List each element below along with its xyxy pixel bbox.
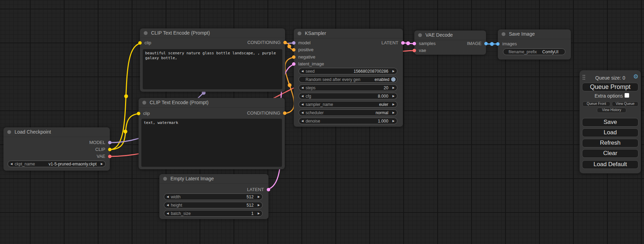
link-midpoint-dot bbox=[288, 83, 292, 87]
collapse-toggle[interactable] bbox=[142, 101, 146, 105]
negative-input-slot[interactable] bbox=[292, 55, 295, 59]
increment-arrow[interactable]: ▶ bbox=[258, 193, 260, 200]
increment-arrow[interactable]: ▶ bbox=[258, 210, 260, 217]
node-load-checkpoint[interactable]: Load Checkpoint MODEL CLIP VAE ◀ ckpt_na… bbox=[3, 127, 110, 171]
link-midpoint-dot bbox=[288, 45, 291, 48]
increment-arrow[interactable]: ▶ bbox=[392, 118, 395, 124]
queue-panel[interactable]: Queue size: 0 ⚙ Queue Prompt Extra optio… bbox=[580, 70, 641, 173]
collapse-toggle[interactable] bbox=[418, 33, 422, 37]
load-default-button[interactable]: Load Default bbox=[582, 160, 638, 169]
model-output-slot[interactable] bbox=[108, 141, 112, 144]
vae-output-slot[interactable] bbox=[108, 155, 112, 158]
output-label-clip: CLIP bbox=[95, 146, 105, 153]
node-clip-text-encode-negative[interactable]: CLIP Text Encode (Prompt) clip CONDITION… bbox=[139, 98, 285, 169]
collapse-toggle[interactable] bbox=[7, 130, 11, 134]
decrement-arrow[interactable]: ◀ bbox=[167, 202, 169, 208]
link-midpoint-dot bbox=[490, 42, 494, 46]
queue-front-button[interactable]: Queue Front bbox=[582, 101, 610, 107]
collapse-toggle[interactable] bbox=[163, 177, 167, 181]
positive-input-slot[interactable] bbox=[292, 48, 295, 52]
seed-widget[interactable]: ◀ seed 156680208700286 ▶ bbox=[299, 68, 397, 74]
output-label-image: IMAGE bbox=[467, 40, 482, 47]
link-midpoint-dot bbox=[406, 42, 410, 45]
image-output-slot[interactable] bbox=[484, 42, 488, 45]
output-label-latent: LATENT bbox=[381, 39, 398, 46]
increment-arrow[interactable]: ▶ bbox=[392, 101, 395, 108]
images-input-slot[interactable] bbox=[496, 42, 500, 46]
output-label-latent: LATENT bbox=[247, 186, 264, 193]
clip-output-slot[interactable] bbox=[108, 148, 112, 151]
negative-prompt-textarea[interactable]: text, watermark bbox=[141, 119, 282, 167]
width-widget[interactable]: ◀ width 512 ▶ bbox=[164, 193, 263, 200]
view-history-button[interactable]: View History bbox=[597, 108, 626, 113]
collapse-toggle[interactable] bbox=[502, 32, 505, 36]
queue-prompt-button[interactable]: Queue Prompt bbox=[582, 83, 638, 91]
extra-options-label: Extra options bbox=[580, 93, 623, 99]
batch-size-widget[interactable]: ◀ batch_size 1 ▶ bbox=[164, 210, 263, 217]
view-queue-button[interactable]: View Queue bbox=[612, 101, 638, 107]
height-widget[interactable]: ◀ height 512 ▶ bbox=[164, 202, 263, 208]
node-title: Save Image bbox=[509, 29, 535, 39]
decrement-arrow[interactable]: ◀ bbox=[10, 161, 12, 167]
latent-image-input-slot[interactable] bbox=[292, 62, 295, 66]
conditioning-output-slot[interactable] bbox=[283, 41, 287, 44]
sampler-name-widget[interactable]: ◀ sampler_name euler ▶ bbox=[299, 101, 397, 108]
output-label-conditioning: CONDITIONING bbox=[247, 39, 281, 46]
node-empty-latent-image[interactable]: Empty Latent Image LATENT ◀ width 512 ▶ … bbox=[159, 174, 268, 219]
load-button[interactable]: Load bbox=[582, 128, 638, 137]
decrement-arrow[interactable]: ◀ bbox=[301, 84, 303, 91]
node-graph-canvas[interactable]: Load Checkpoint MODEL CLIP VAE ◀ ckpt_na… bbox=[0, 0, 644, 244]
settings-gear-icon[interactable]: ⚙ bbox=[633, 73, 638, 80]
decrement-arrow[interactable]: ◀ bbox=[167, 210, 169, 217]
decrement-arrow[interactable]: ◀ bbox=[301, 93, 303, 99]
increment-arrow[interactable]: ▶ bbox=[258, 202, 260, 208]
node-vae-decode[interactable]: VAE Decode samples vae IMAGE bbox=[414, 30, 486, 55]
node-save-image[interactable]: Save Image images filename_prefix ComfyU… bbox=[498, 29, 571, 60]
node-ksampler[interactable]: KSampler model positive negative latent_… bbox=[294, 29, 403, 127]
increment-arrow[interactable]: ▶ bbox=[392, 68, 395, 74]
output-label-conditioning: CONDITIONING bbox=[247, 110, 280, 117]
latent-output-slot[interactable] bbox=[267, 188, 270, 191]
latent-output-slot[interactable] bbox=[401, 41, 405, 45]
toggle-knob[interactable] bbox=[391, 77, 396, 82]
cfg-widget[interactable]: ◀ cfg 8.000 ▶ bbox=[299, 93, 397, 99]
filename-prefix-widget[interactable]: filename_prefix ComfyUI bbox=[503, 48, 565, 55]
random-seed-toggle-widget[interactable]: Random seed after every gen enabled bbox=[299, 76, 397, 83]
node-clip-text-encode-positive[interactable]: CLIP Text Encode (Prompt) clip CONDITION… bbox=[140, 28, 285, 92]
decrement-arrow[interactable]: ◀ bbox=[301, 118, 303, 124]
clear-button[interactable]: Clear bbox=[582, 149, 638, 158]
output-label-model: MODEL bbox=[89, 139, 105, 146]
increment-arrow[interactable]: ▶ bbox=[392, 93, 395, 99]
extra-options-checkbox[interactable] bbox=[625, 93, 629, 98]
denoise-widget[interactable]: ◀ denoise 1.000 ▶ bbox=[299, 118, 397, 124]
node-title: Empty Latent Image bbox=[170, 174, 214, 183]
save-button[interactable]: Save bbox=[582, 118, 638, 127]
steps-widget[interactable]: ◀ steps 20 ▶ bbox=[299, 84, 397, 91]
collapse-toggle[interactable] bbox=[298, 31, 301, 35]
positive-prompt-textarea[interactable]: beautiful scenery nature glass bottle la… bbox=[143, 49, 282, 89]
link-midpoint-dot bbox=[124, 94, 128, 98]
node-title: CLIP Text Encode (Prompt) bbox=[150, 98, 209, 107]
output-label-vae: VAE bbox=[97, 153, 105, 160]
collapse-toggle[interactable] bbox=[144, 31, 148, 35]
decrement-arrow[interactable]: ◀ bbox=[301, 101, 303, 108]
scheduler-widget[interactable]: ◀ scheduler normal ▶ bbox=[299, 109, 397, 116]
conditioning-output-slot[interactable] bbox=[283, 111, 286, 115]
increment-arrow[interactable]: ▶ bbox=[101, 161, 103, 167]
decrement-arrow[interactable]: ◀ bbox=[301, 68, 303, 74]
node-title: Load Checkpoint bbox=[15, 127, 51, 137]
ckpt-name-widget[interactable]: ◀ ckpt_name v1-5-pruned-emaonly.ckpt ▶ bbox=[8, 161, 106, 167]
decrement-arrow[interactable]: ◀ bbox=[301, 109, 303, 116]
increment-arrow[interactable]: ▶ bbox=[392, 84, 395, 91]
queue-size-label: Queue size: 0 bbox=[580, 75, 641, 81]
link-midpoint-dot bbox=[124, 130, 127, 134]
node-title: KSampler bbox=[305, 29, 326, 38]
node-title: VAE Decode bbox=[425, 30, 453, 40]
vae-input-slot[interactable] bbox=[413, 49, 416, 52]
refresh-button[interactable]: Refresh bbox=[582, 139, 638, 147]
node-title: CLIP Text Encode (Prompt) bbox=[151, 28, 210, 38]
increment-arrow[interactable]: ▶ bbox=[392, 109, 395, 116]
decrement-arrow[interactable]: ◀ bbox=[167, 193, 169, 200]
